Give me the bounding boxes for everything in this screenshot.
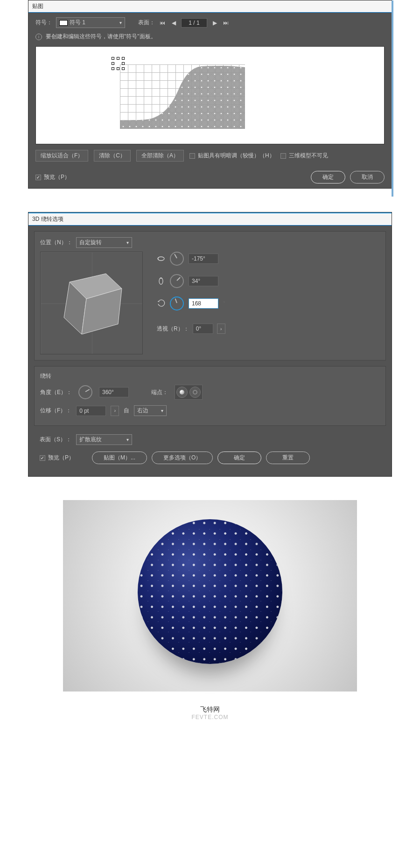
rotate-x-icon xyxy=(157,254,165,263)
surface-select[interactable]: 扩散底纹 xyxy=(76,434,132,445)
position-select[interactable]: 自定旋转 xyxy=(76,237,132,248)
symbol-select[interactable]: 符号 1 xyxy=(56,17,125,28)
ok-button[interactable]: 确定 xyxy=(311,171,345,183)
rotate-y-dial[interactable] xyxy=(170,274,184,288)
perspective-stepper[interactable]: › xyxy=(217,324,225,334)
selection-handles[interactable] xyxy=(112,57,126,71)
offset-label: 位移（F）： xyxy=(40,407,71,415)
more-options-button[interactable]: 更多选项（O） xyxy=(152,452,213,464)
cancel-button[interactable]: 取消 xyxy=(350,171,385,183)
angle-dial[interactable] xyxy=(78,385,92,399)
preview-checkbox[interactable] xyxy=(35,175,41,180)
preview2-checkbox[interactable] xyxy=(40,455,45,461)
shading-checkbox[interactable] xyxy=(189,153,195,159)
rotate-z-dial[interactable] xyxy=(170,296,184,311)
cube-preview[interactable] xyxy=(40,252,143,354)
symbol-label: 符号： xyxy=(35,19,52,27)
invisible-checkbox[interactable] xyxy=(280,153,286,159)
perspective-label: 透视（R）： xyxy=(157,325,189,333)
preview-canvas[interactable] xyxy=(35,46,385,144)
rotate-y-icon xyxy=(157,277,165,285)
position-label: 位置（N）： xyxy=(40,239,72,247)
revolve-label: 绕转 xyxy=(40,372,380,380)
revolve-options-panel: 3D 绕转选项 位置（N）： 自定旋转 xyxy=(28,212,392,477)
scrollbar-edge xyxy=(392,0,393,197)
first-page-icon[interactable]: ⏮ xyxy=(159,19,166,27)
shading-label: 贴图具有明暗调（较慢）（H） xyxy=(198,152,275,160)
next-page-icon[interactable]: ▶ xyxy=(211,19,218,27)
caption-sub: FEVTE.COM xyxy=(28,714,392,720)
angle-input[interactable] xyxy=(99,387,129,397)
cap-label: 端点： xyxy=(151,388,168,396)
surface-label: 表面（S）： xyxy=(40,436,71,444)
svg-point-4 xyxy=(158,257,164,261)
perspective-input[interactable] xyxy=(193,324,213,334)
revolve-group: 绕转 角度（E）： 端点： 位移（F）： › 自 右边 xyxy=(34,366,386,426)
ok2-button[interactable]: 确定 xyxy=(217,452,261,464)
rendered-sphere xyxy=(138,519,282,664)
rotate-z-icon xyxy=(157,299,165,308)
from-select[interactable]: 右边 xyxy=(134,405,167,416)
page-input[interactable]: 1 / 1 xyxy=(181,18,207,28)
clear-all-button[interactable]: 全部清除（A） xyxy=(136,150,184,162)
result-preview xyxy=(63,500,357,692)
position-group: 位置（N）： 自定旋转 xyxy=(34,231,386,360)
map-art-panel: 贴图 符号： 符号 1 表面： ⏮ ◀ 1 / 1 ▶ ⏭ i 要创建和编辑这些… xyxy=(28,0,392,189)
scale-to-fit-button[interactable]: 缩放以适合（F） xyxy=(35,150,88,162)
info-icon: i xyxy=(35,34,42,40)
panel-title: 贴图 xyxy=(28,0,392,13)
caption-title: 飞特网 xyxy=(28,706,392,714)
rotate-y-input[interactable] xyxy=(189,276,218,286)
preview-label: 预览（P） xyxy=(44,173,70,181)
clear-button[interactable]: 清除（C） xyxy=(94,150,131,162)
map-art-button[interactable]: 贴图（M）... xyxy=(92,452,147,464)
symbol-swatch xyxy=(59,20,68,26)
info-text: 要创建和编辑这些符号，请使用"符号"面板。 xyxy=(46,33,156,41)
rotate-x-input[interactable] xyxy=(189,254,218,264)
surface-label: 表面： xyxy=(138,19,155,27)
rotate-z-input[interactable] xyxy=(189,298,218,309)
preview2-label: 预览（P） xyxy=(48,454,74,462)
invisible-label: 三维模型不可见 xyxy=(289,152,328,160)
offset-stepper[interactable]: › xyxy=(111,406,119,416)
angle-label: 角度（E）： xyxy=(40,388,72,396)
rotate-x-dial[interactable] xyxy=(170,252,184,266)
cap-hollow-button[interactable] xyxy=(189,387,201,398)
svg-point-5 xyxy=(159,278,163,284)
from-label: 自 xyxy=(124,407,129,415)
prev-page-icon[interactable]: ◀ xyxy=(170,19,177,27)
last-page-icon[interactable]: ⏭ xyxy=(222,19,230,27)
texture-shape xyxy=(120,64,245,129)
panel2-title: 3D 绕转选项 xyxy=(28,212,392,226)
cap-solid-button[interactable] xyxy=(176,387,188,398)
reset-button[interactable]: 重置 xyxy=(266,452,310,464)
offset-input[interactable] xyxy=(76,406,106,416)
symbol-value: 符号 1 xyxy=(70,19,85,27)
